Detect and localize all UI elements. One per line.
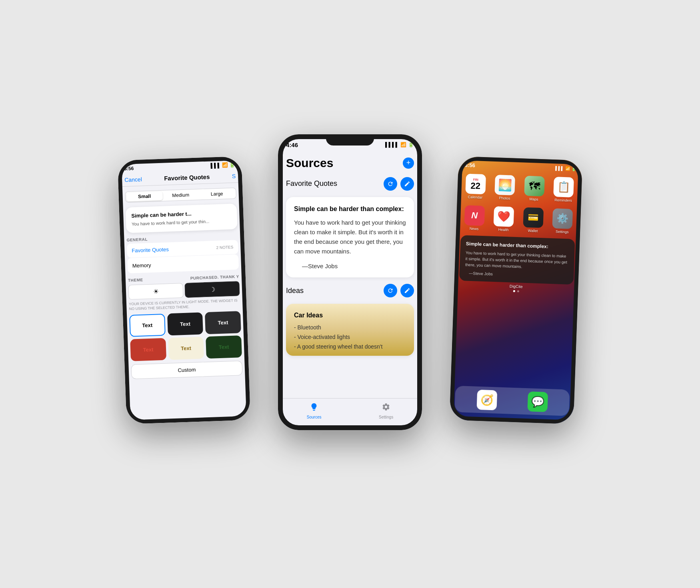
calendar-app-label: Calendar (468, 195, 482, 199)
safari-dock-icon[interactable]: 🧭 (476, 389, 497, 410)
refresh-btn-quotes[interactable] (384, 177, 397, 191)
dark-theme-btn[interactable]: ☽ (184, 281, 240, 298)
right-status-icons: ▌▌▌ 📶 🔋 (555, 166, 576, 171)
light-theme-btn[interactable]: ☀ (128, 283, 183, 300)
color-tile-cream-label: Text (181, 345, 191, 351)
memory-label: Memory (132, 262, 151, 269)
maps-icon: 🗺 (524, 175, 545, 196)
favorite-quotes-source-name: Favorite Quotes (286, 179, 337, 188)
right-screen: 3:56 ▌▌▌ 📶 🔋 FRI (450, 156, 583, 424)
maps-app-label: Maps (530, 197, 538, 201)
theme-section: THEME PURCHASED. THANK Y ☀ ☽ (128, 274, 240, 300)
color-tile-black[interactable]: Text (167, 312, 204, 335)
middle-screen: 4:46 ▌▌▌▌ 📶 🔋 Sources + Favorite Quotes (278, 134, 422, 430)
dark-widget-author: —Steve Jobs (465, 271, 568, 279)
right-phone: 3:56 ▌▌▌ 📶 🔋 FRI (450, 156, 583, 424)
news-icon: N (464, 205, 485, 226)
settings-icon: ⚙️ (552, 208, 573, 229)
color-tile-green-label: Text (219, 343, 229, 350)
maps-app-icon[interactable]: 🗺 Maps (521, 175, 548, 201)
edit-btn-ideas[interactable] (400, 284, 414, 297)
reminders-app-label: Reminders (554, 198, 572, 203)
ideas-source-row: Ideas (278, 281, 422, 301)
home-indicator (326, 425, 374, 427)
settings-tab[interactable]: Settings (379, 403, 393, 419)
color-tile-white[interactable]: Text (129, 313, 166, 337)
right-battery-icon: 🔋 (571, 166, 576, 171)
photos-app-icon[interactable]: 🌅 Photos (491, 174, 518, 200)
ideas-card: Car Ideas - Bluetooth - Voice-activated … (286, 304, 414, 356)
color-tile-green[interactable]: Text (206, 335, 242, 358)
left-wifi-icon: 📶 (222, 162, 228, 168)
left-time: 3:56 (124, 165, 134, 171)
calendar-app-icon[interactable]: FRI 22 Calendar (462, 173, 489, 199)
notch (326, 134, 374, 146)
sources-page-title: Sources (286, 156, 333, 170)
left-battery-icon: 🔋 (229, 162, 235, 168)
ideas-card-text: - Bluetooth - Voice-activated lights - A… (294, 323, 406, 351)
dot-active (513, 290, 515, 292)
color-tile-black2-label: Text (218, 319, 228, 325)
middle-status-icons: ▌▌▌▌ 📶 🔋 (385, 142, 414, 147)
ideas-actions (384, 284, 414, 297)
app-grid-row2: N News ❤️ Health 💳 Wallet (456, 201, 581, 237)
theme-purchased: PURCHASED. THANK Y (190, 274, 239, 280)
sources-tab[interactable]: Sources (307, 403, 322, 419)
color-tile-black-label: Text (180, 321, 190, 327)
dot-inactive (517, 290, 519, 292)
wallet-app-icon[interactable]: 💳 Wallet (520, 207, 547, 233)
edit-btn-quotes[interactable] (400, 177, 414, 191)
photos-app-label: Photos (499, 196, 510, 200)
color-tile-white-label: Text (142, 322, 152, 328)
save-button[interactable]: S (232, 172, 236, 179)
color-grid: Text Text Text Text Text Text (129, 311, 242, 361)
sun-icon: ☀ (153, 288, 159, 295)
wallet-icon: 💳 (523, 207, 544, 228)
settings-app-icon[interactable]: ⚙️ Settings (549, 208, 576, 234)
dark-widget: Simple can be harder than complex: You h… (459, 235, 575, 285)
medium-size-btn[interactable]: Medium (162, 190, 199, 200)
cancel-button[interactable]: Cancel (124, 176, 142, 183)
small-size-btn[interactable]: Small (126, 191, 162, 201)
dark-widget-title: Simple can be harder than complex: (466, 241, 569, 251)
color-tile-red[interactable]: Text (130, 338, 166, 361)
large-size-btn[interactable]: Large (199, 189, 235, 199)
middle-time: 4:46 (286, 142, 298, 148)
list-item-label: Favorite Quotes (132, 246, 169, 253)
safari-icon: 🧭 (476, 389, 497, 410)
settings-tab-label: Settings (379, 415, 393, 419)
middle-battery-icon: 🔋 (408, 142, 414, 147)
nav-title: Favorite Quotes (164, 173, 210, 181)
quote-card-body: You have to work hard to get your thinki… (294, 218, 406, 256)
middle-wifi-icon: 📶 (400, 142, 406, 147)
left-screen: 3:56 ▌▌▌ 📶 🔋 Cancel Favorite Quotes S Sm… (118, 156, 251, 424)
custom-tile[interactable]: Custom (131, 360, 242, 379)
tab-bar: Sources Settings (278, 398, 422, 430)
list-item-value: 2 NOTES (216, 245, 233, 250)
dock: 🧭 💬 (454, 385, 570, 416)
add-source-button[interactable]: + (403, 157, 414, 169)
calendar-icon: FRI 22 (465, 173, 486, 194)
left-phone: 3:56 ▌▌▌ 📶 🔋 Cancel Favorite Quotes S Sm… (118, 156, 251, 424)
refresh-btn-ideas[interactable] (384, 284, 397, 297)
reminders-app-icon[interactable]: 📋 Reminders (550, 176, 577, 202)
wallet-app-label: Wallet (528, 228, 538, 233)
health-app-label: Health (498, 227, 508, 232)
moon-icon: ☽ (209, 286, 215, 293)
settings-app-label: Settings (556, 229, 569, 234)
sources-header: Sources + (278, 148, 422, 174)
messages-icon: 💬 (527, 391, 548, 412)
color-tile-black2[interactable]: Text (205, 311, 241, 334)
size-selector: Small Medium Large (125, 187, 236, 203)
dark-widget-body: You have to work hard to get your thinki… (465, 249, 569, 271)
messages-dock-icon[interactable]: 💬 (527, 391, 548, 412)
favorite-quotes-actions (384, 177, 414, 191)
left-status-icons: ▌▌▌ 📶 🔋 (210, 162, 235, 168)
widget-preview: Simple can be harder t... You have to wo… (126, 203, 238, 233)
health-app-icon[interactable]: ❤️ Health (490, 206, 518, 232)
sources-tab-label: Sources (307, 415, 322, 419)
favorite-quotes-source-row: Favorite Quotes (278, 174, 422, 194)
middle-signal-icon: ▌▌▌▌ (385, 142, 399, 147)
news-app-icon[interactable]: N News (461, 205, 488, 231)
color-tile-cream[interactable]: Text (168, 337, 204, 360)
